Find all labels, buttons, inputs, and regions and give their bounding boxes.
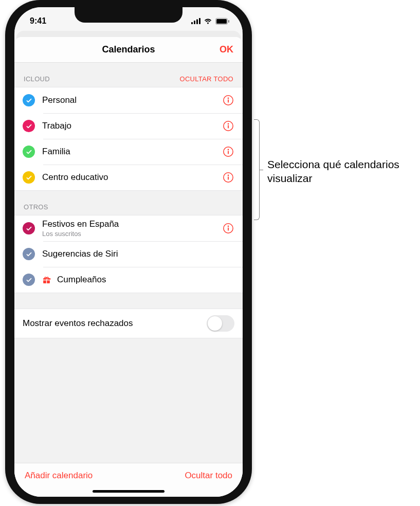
calendar-label: Personal xyxy=(42,95,222,105)
hide-all-icloud-button[interactable]: OCULTAR TODO xyxy=(180,75,233,83)
section-title-otros: OTROS xyxy=(24,203,48,211)
home-indicator[interactable] xyxy=(93,490,165,493)
info-icon[interactable] xyxy=(222,94,234,106)
svg-point-11 xyxy=(228,123,229,125)
svg-rect-9 xyxy=(228,99,229,102)
svg-rect-1 xyxy=(194,21,195,24)
checkmark-icon[interactable] xyxy=(23,222,35,234)
calendar-row-personal[interactable]: Personal xyxy=(14,87,243,113)
mute-switch xyxy=(7,76,10,94)
svg-rect-18 xyxy=(228,176,229,179)
wifi-icon xyxy=(204,18,212,24)
calendar-row-siri[interactable]: Sugerencias de Siri xyxy=(14,241,243,267)
declined-events-label: Mostrar eventos rechazados xyxy=(23,318,133,329)
info-icon[interactable] xyxy=(222,120,234,132)
svg-rect-21 xyxy=(228,227,229,230)
add-calendar-button[interactable]: Añadir calendario xyxy=(25,471,93,481)
calendar-row-familia[interactable]: Familia xyxy=(14,139,243,165)
battery-icon xyxy=(215,18,229,25)
callout-bracket xyxy=(254,119,263,220)
calendar-row-centro-educativo[interactable]: Centro educativo xyxy=(14,165,243,190)
calendar-label: Sugerencias de Siri xyxy=(42,249,234,259)
svg-rect-6 xyxy=(228,20,229,23)
checkmark-icon[interactable] xyxy=(23,171,35,184)
content-scroll[interactable]: ICLOUD OCULTAR TODO Personal xyxy=(14,63,243,463)
nav-bar: Calendarios OK xyxy=(14,37,243,63)
info-icon[interactable] xyxy=(222,146,234,158)
section-header-icloud: ICLOUD OCULTAR TODO xyxy=(14,63,243,87)
calendar-label: Trabajo xyxy=(42,121,222,131)
svg-point-8 xyxy=(228,98,229,99)
svg-rect-12 xyxy=(228,125,229,128)
declined-events-switch[interactable] xyxy=(207,315,234,332)
calendar-row-festivos[interactable]: Festivos en España Los suscritos xyxy=(14,215,243,241)
gift-icon xyxy=(42,276,51,284)
ok-button[interactable]: OK xyxy=(220,44,233,55)
hide-all-button[interactable]: Ocultar todo xyxy=(185,471,232,481)
calendar-list-icloud: Personal Trabajo xyxy=(14,87,243,191)
info-icon[interactable] xyxy=(222,222,234,234)
calendar-label: Centro educativo xyxy=(42,172,222,183)
svg-rect-3 xyxy=(199,18,200,24)
calendar-list-otros: Festivos en España Los suscritos S xyxy=(14,215,243,293)
checkmark-icon[interactable] xyxy=(23,146,35,158)
cellular-signal-icon xyxy=(191,18,200,24)
svg-point-14 xyxy=(228,149,229,151)
checkmark-icon[interactable] xyxy=(23,248,35,260)
status-icons xyxy=(191,18,229,25)
phone-frame: 9:41 Calendarios OK xyxy=(5,0,252,504)
svg-point-20 xyxy=(228,226,229,227)
page-title: Calendarios xyxy=(102,44,155,55)
svg-rect-2 xyxy=(196,20,198,25)
calendar-label: Familia xyxy=(42,147,222,157)
svg-point-17 xyxy=(228,175,229,176)
volume-down-button xyxy=(7,147,10,179)
switch-knob xyxy=(208,316,222,331)
callout-text: Selecciona qué calendarios visualizar xyxy=(267,157,411,186)
calendars-sheet: Calendarios OK ICLOUD OCULTAR TODO xyxy=(14,37,243,497)
calendar-row-cumpleanos[interactable]: Cumpleaños xyxy=(14,267,243,293)
calendar-sublabel: Los suscritos xyxy=(42,230,222,238)
svg-rect-0 xyxy=(191,22,193,24)
calendar-label: Cumpleaños xyxy=(57,275,106,285)
section-title-icloud: ICLOUD xyxy=(24,75,50,83)
info-icon[interactable] xyxy=(222,171,234,184)
svg-rect-5 xyxy=(216,19,227,24)
declined-events-row: Mostrar eventos rechazados xyxy=(14,309,243,338)
status-time: 9:41 xyxy=(30,16,46,26)
power-button xyxy=(247,118,250,168)
phone-screen: 9:41 Calendarios OK xyxy=(14,7,243,497)
notch xyxy=(75,7,182,23)
checkmark-icon[interactable] xyxy=(23,274,35,286)
calendar-label: Festivos en España xyxy=(42,219,222,229)
volume-up-button xyxy=(7,107,10,139)
checkmark-icon[interactable] xyxy=(23,94,35,106)
calendar-row-trabajo[interactable]: Trabajo xyxy=(14,113,243,139)
checkmark-icon[interactable] xyxy=(23,120,35,132)
section-header-otros: OTROS xyxy=(14,191,243,215)
svg-rect-15 xyxy=(228,151,229,154)
